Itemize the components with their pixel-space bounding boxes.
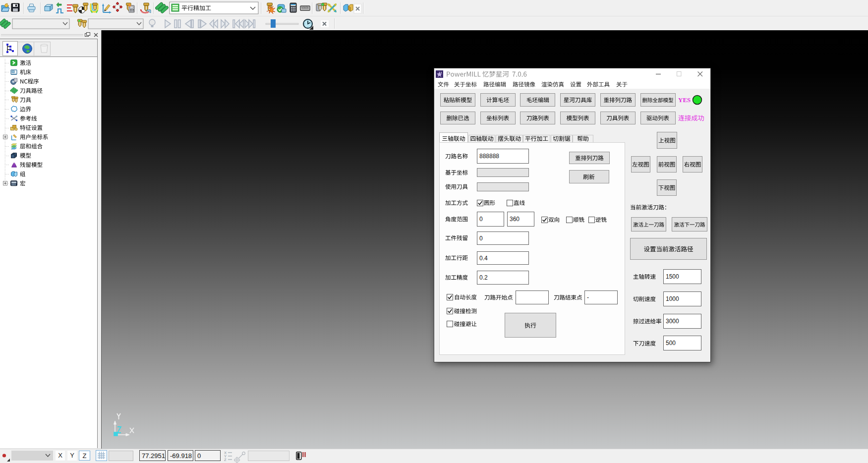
svg-text:Z: Z bbox=[224, 458, 227, 462]
